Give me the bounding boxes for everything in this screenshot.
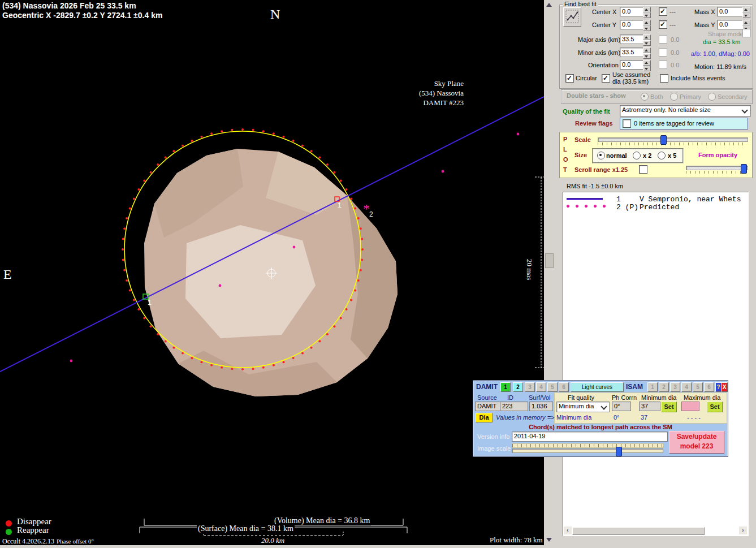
center-x-field[interactable]: 0.0 [620, 7, 646, 16]
damit-model-4-button[interactable]: 4 [536, 382, 546, 392]
reappear-marker-label: 1 [148, 299, 152, 307]
sky-plane-caption: Sky Plane (534) Nassovia DAMIT #223 [396, 79, 464, 107]
circular-label: Circular [576, 75, 597, 81]
damit-model-5-button[interactable]: 5 [547, 382, 558, 392]
use-assumed-dia-label1: Use assumed [612, 71, 650, 78]
use-assumed-dia-checkbox[interactable] [602, 74, 610, 83]
hscroll-thumb[interactable] [572, 527, 705, 535]
minor-axis-field[interactable]: 33.5 [620, 48, 646, 57]
isam-model-4-button[interactable]: 4 [681, 382, 692, 392]
save-update-model-button[interactable]: Save/update model 223 [669, 431, 724, 454]
scroll-range-checkbox[interactable] [639, 165, 647, 174]
image-scale-ticks [512, 443, 663, 448]
scroll-up-icon[interactable] [546, 3, 552, 7]
mass-y-field[interactable]: 0.0 [717, 20, 745, 29]
circular-checkbox[interactable] [565, 74, 574, 83]
center-x-spinner[interactable] [643, 7, 651, 18]
sky-plane-plot-canvas[interactable]: (534) Nassovia 2026 Feb 25 33.5 km Geoce… [0, 0, 544, 545]
center-y-checkbox[interactable] [659, 20, 667, 29]
hscroll-right-icon[interactable]: › [739, 527, 747, 534]
center-y-field[interactable]: 0.0 [620, 20, 646, 29]
major-axis-field[interactable]: 33.5 [620, 34, 646, 44]
quality-of-fit-label: Quality of the fit [563, 108, 610, 115]
chord1-number: 1 [616, 195, 621, 204]
id-field[interactable]: 223 [500, 402, 528, 411]
predicted-dot [567, 205, 569, 208]
light-curves-button[interactable]: Light curves [571, 382, 624, 392]
isam-model-3-button[interactable]: 3 [670, 382, 680, 392]
isam-model-2-button[interactable]: 2 [659, 382, 669, 392]
ph-corrn-field[interactable]: 0° [612, 402, 631, 411]
damit-shape-model-window[interactable]: DAMIT 1 2 3 4 5 6 Light curves ISAM 1 2 … [473, 380, 728, 457]
chevron-down-icon[interactable] [741, 107, 748, 113]
center-x-checkbox[interactable] [659, 7, 667, 16]
opacity-slider-thumb[interactable] [741, 164, 747, 174]
source-field[interactable]: DAMIT [475, 402, 501, 411]
size-normal-radio[interactable] [597, 152, 605, 159]
quality-of-fit-value: Astrometry only. No reliable size [622, 106, 711, 113]
surfvol-field[interactable]: 1.036 [529, 402, 553, 411]
damit-model-3-button[interactable]: 3 [525, 382, 535, 392]
size-x2-radio[interactable] [633, 152, 641, 159]
damit-model-6-button[interactable]: 6 [559, 382, 569, 392]
asteroid-shape-model [144, 149, 398, 396]
scroll-down-icon[interactable] [546, 538, 552, 542]
chord1-name: V Sempronio, near Whets [640, 195, 741, 204]
orientation-field[interactable]: 0.0 [620, 60, 646, 70]
orientation-checkbox[interactable] [659, 61, 667, 69]
surfvol-header: Surf/Vol [529, 394, 551, 401]
north-label: N [270, 7, 280, 22]
set-minimum-dia-button[interactable]: Set [661, 402, 677, 412]
double-primary-radio[interactable] [670, 93, 678, 101]
opacity-slider-track[interactable] [686, 166, 748, 170]
center-y-spinner[interactable] [643, 20, 651, 31]
damit-model-1-button[interactable]: 1 [500, 382, 511, 392]
isam-model-5-button[interactable]: 5 [693, 382, 703, 392]
review-flags-checkbox[interactable] [623, 119, 631, 128]
maximum-dia-field[interactable] [681, 402, 699, 411]
isam-model-6-button[interactable]: 6 [704, 382, 714, 392]
chord-list[interactable]: 1 V Sempronio, near Whets 2 (P) Predicte… [563, 192, 749, 536]
chart-icon [565, 9, 580, 24]
chevron-down-icon[interactable] [601, 403, 607, 409]
double-secondary-radio[interactable] [708, 93, 716, 101]
minor-axis-checkbox[interactable] [659, 48, 667, 57]
values-in-memory-label: Values in memory => [496, 414, 555, 421]
reappear-legend-dot [6, 529, 12, 535]
close-button[interactable]: X [721, 382, 728, 392]
fit-quality-combobox[interactable]: Minimum dia [556, 402, 610, 412]
include-miss-events-checkbox[interactable] [660, 74, 668, 83]
shape-model-checkbox[interactable] [742, 29, 751, 37]
hscroll-left-icon[interactable]: ‹ [564, 527, 572, 534]
damit-model-2-button[interactable]: 2 [513, 382, 523, 392]
vertical-scroll-thumb[interactable] [545, 253, 554, 268]
minor-axis-spinner[interactable] [643, 48, 651, 59]
set-maximum-dia-button[interactable]: Set [707, 402, 723, 412]
center-y-dash: --- [669, 21, 676, 28]
image-scale-slider-thumb[interactable] [616, 447, 622, 456]
size-x5-label: x 5 [668, 152, 676, 159]
dia-button[interactable]: Dia [476, 413, 493, 422]
version-info-field[interactable]: 2011-04-19 [512, 432, 668, 442]
isam-model-1-button[interactable]: 1 [647, 382, 658, 392]
major-axis-checkbox[interactable] [659, 35, 667, 44]
double-both-radio[interactable] [641, 93, 649, 101]
scale-slider-thumb[interactable] [660, 135, 667, 145]
chord2-number: 2 (P) [616, 203, 638, 212]
best-fit-chart-icon-button[interactable] [563, 7, 581, 27]
vertical-scrollbar[interactable] [544, 0, 555, 545]
dia-readout: dia = 33.5 km [703, 38, 740, 45]
orientation-spinner[interactable] [643, 60, 651, 71]
major-axis-label: Major axis (km) [578, 36, 620, 43]
image-scale-slider-track[interactable] [512, 448, 663, 453]
scale-slider-track[interactable] [598, 137, 748, 142]
major-axis-spinner[interactable] [643, 34, 651, 46]
version-info-label: Version info [477, 433, 509, 440]
size-x5-radio[interactable] [658, 152, 666, 159]
shape-model-label: Shape model [708, 31, 745, 37]
double-secondary-label: Secondary [718, 93, 748, 100]
minimum-dia-field[interactable]: 37 [639, 402, 660, 411]
mass-x-field[interactable]: 0.0 [717, 7, 745, 16]
mass-x-spinner[interactable] [742, 7, 750, 18]
quality-of-fit-combobox[interactable]: Astrometry only. No reliable size [620, 105, 751, 116]
